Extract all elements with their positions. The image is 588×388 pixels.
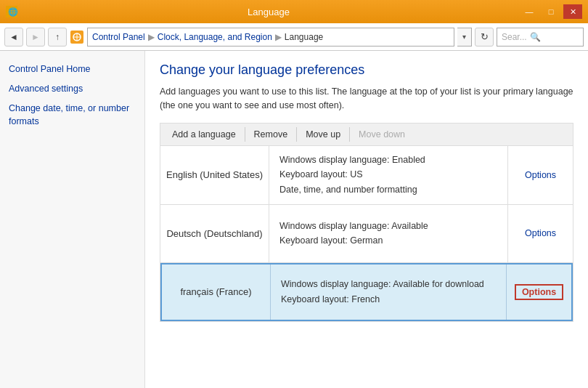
add-language-button[interactable]: Add a language: [165, 126, 243, 142]
english-info-line-1: Windows display language: Enabled: [279, 153, 497, 167]
language-options-deutsch: Options: [507, 205, 573, 262]
toolbar-separator-3: [349, 127, 350, 142]
english-info-line-2: Keyboard layout: US: [279, 168, 497, 182]
forward-button[interactable]: ►: [26, 28, 45, 47]
language-list: English (United States) Windows display …: [160, 146, 573, 322]
close-button[interactable]: ✕: [563, 4, 582, 19]
language-name-deutsch: Deutsch (Deutschland): [160, 205, 269, 262]
francais-info-line-1: Windows display language: Available for …: [281, 278, 496, 291]
refresh-button[interactable]: ↻: [475, 28, 494, 47]
sidebar-item-control-panel-home[interactable]: Control Panel Home: [9, 62, 136, 76]
move-down-button[interactable]: Move down: [351, 126, 412, 142]
search-icon: 🔍: [530, 32, 541, 42]
francais-options-link[interactable]: Options: [515, 284, 563, 300]
title-bar: 🌐 Language — □ ✕: [0, 0, 588, 23]
language-toolbar: Add a language Remove Move up Move down: [160, 123, 573, 146]
back-button[interactable]: ◄: [4, 28, 23, 47]
language-name-francais: français (France): [162, 264, 271, 320]
search-box[interactable]: Sear... 🔍: [497, 28, 584, 47]
sidebar: Control Panel Home Advanced settings Cha…: [0, 51, 145, 388]
address-dropdown-button[interactable]: ▾: [457, 28, 472, 47]
toolbar-separator-1: [245, 127, 245, 142]
maximize-button[interactable]: □: [542, 4, 560, 19]
sidebar-item-advanced-settings[interactable]: Advanced settings: [9, 82, 136, 96]
window-icon: 🌐: [6, 6, 17, 17]
page-description: Add languages you want to use to this li…: [160, 85, 573, 113]
search-placeholder: Sear...: [502, 32, 527, 42]
path-clock-language[interactable]: Clock, Language, and Region: [158, 32, 272, 42]
window-title: Language: [17, 7, 520, 17]
language-row-english[interactable]: English (United States) Windows display …: [160, 146, 573, 205]
language-options-english: Options: [507, 146, 573, 204]
english-options-link[interactable]: Options: [525, 170, 556, 180]
language-name-english: English (United States): [160, 146, 269, 204]
deutsch-options-link[interactable]: Options: [525, 228, 556, 238]
path-language: Language: [285, 32, 323, 42]
language-info-francais: Windows display language: Available for …: [271, 264, 506, 320]
address-bar: ◄ ► ↑ Control Panel ▶ Clock, Language, a…: [0, 23, 588, 51]
language-row-francais[interactable]: français (France) Windows display langua…: [160, 263, 573, 321]
language-options-francais: Options: [506, 264, 571, 320]
path-control-panel[interactable]: Control Panel: [92, 32, 145, 42]
language-info-deutsch: Windows display language: Available Keyb…: [269, 205, 507, 262]
move-up-button[interactable]: Move up: [298, 126, 348, 142]
deutsch-info-line-1: Windows display language: Available: [279, 219, 497, 233]
content-area: Control Panel Home Advanced settings Cha…: [0, 51, 588, 388]
page-title: Change your language preferences: [160, 62, 573, 78]
toolbar-separator-2: [296, 127, 297, 142]
deutsch-info-line-2: Keyboard layout: German: [279, 234, 497, 248]
svg-text:🌐: 🌐: [8, 7, 17, 17]
up-button[interactable]: ↑: [48, 28, 67, 47]
location-icon: [70, 30, 84, 44]
francais-info-line-2: Keyboard layout: French: [281, 293, 496, 307]
sidebar-item-date-time[interactable]: Change date, time, or number formats: [9, 102, 136, 129]
language-row-deutsch[interactable]: Deutsch (Deutschland) Windows display la…: [160, 205, 573, 263]
remove-button[interactable]: Remove: [247, 126, 295, 142]
address-path: Control Panel ▶ Clock, Language, and Reg…: [87, 28, 454, 47]
right-panel: Change your language preferences Add lan…: [145, 51, 588, 388]
window-controls: — □ ✕: [520, 4, 582, 19]
minimize-button[interactable]: —: [520, 4, 539, 19]
language-info-english: Windows display language: Enabled Keyboa…: [269, 146, 507, 204]
english-info-line-3: Date, time, and number formatting: [279, 183, 497, 197]
